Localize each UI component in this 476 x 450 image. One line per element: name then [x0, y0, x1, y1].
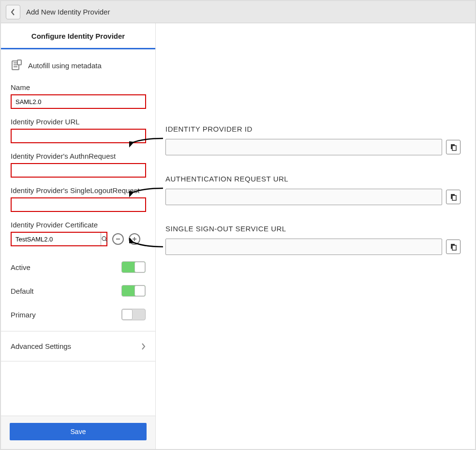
- right-panel: IDENTITY PROVIDER ID AUTHENTICATION REQU…: [156, 23, 475, 449]
- cert-label: Identity Provider Certificate: [11, 221, 146, 229]
- chevron-right-icon: [141, 343, 146, 350]
- default-label: Default: [11, 287, 34, 295]
- auth-url-label: AUTHENTICATION REQUEST URL: [165, 175, 461, 183]
- copy-icon: [449, 243, 457, 251]
- active-toggle[interactable]: [121, 261, 146, 273]
- copy-icon: [449, 193, 457, 201]
- active-label: Active: [11, 263, 30, 271]
- primary-label: Primary: [11, 311, 36, 319]
- authn-label: Identity Provider's AuthnRequest: [11, 152, 146, 160]
- document-metadata-icon: [11, 59, 23, 72]
- sso-out-input[interactable]: [165, 239, 442, 255]
- search-icon: [101, 236, 108, 242]
- sso-out-label: SINGLE SIGN-OUT SERVICE URL: [165, 225, 461, 233]
- default-toggle[interactable]: [121, 285, 146, 297]
- chevron-left-icon: [11, 9, 15, 15]
- name-label: Name: [11, 83, 146, 91]
- copy-idp-id-button[interactable]: [446, 140, 461, 154]
- remove-cert-button[interactable]: [112, 233, 124, 245]
- autofill-row[interactable]: Autofill using metadata: [11, 59, 146, 72]
- authn-input[interactable]: [11, 163, 146, 178]
- idp-url-input[interactable]: [11, 129, 146, 143]
- svg-rect-6: [452, 195, 456, 200]
- autofill-label: Autofill using metadata: [28, 61, 102, 70]
- left-panel: Configure Identity Provider Autofill usi…: [1, 23, 156, 449]
- svg-rect-1: [17, 60, 21, 65]
- svg-rect-4: [452, 146, 456, 150]
- back-button[interactable]: [6, 5, 20, 19]
- idp-url-label: Identity Provider URL: [11, 118, 146, 126]
- minus-icon: [115, 236, 121, 242]
- page-title: Add New Identity Provider: [26, 8, 110, 16]
- svg-rect-8: [452, 245, 456, 250]
- copy-auth-url-button[interactable]: [446, 190, 461, 204]
- svg-point-2: [102, 237, 106, 240]
- slo-label: Identity Provider's SingleLogoutRequest: [11, 186, 146, 195]
- cert-search-button[interactable]: [101, 233, 108, 245]
- slo-input[interactable]: [11, 197, 146, 212]
- copy-icon: [449, 143, 457, 151]
- page-header: Add New Identity Provider: [1, 1, 475, 23]
- copy-sso-out-button[interactable]: [446, 240, 461, 254]
- idp-id-label: IDENTITY PROVIDER ID: [165, 125, 461, 133]
- save-button[interactable]: Save: [10, 423, 147, 440]
- arrow-annotation: [129, 135, 165, 150]
- advanced-settings-row[interactable]: Advanced Settings: [1, 331, 155, 361]
- auth-url-input[interactable]: [165, 189, 442, 205]
- cert-input[interactable]: [12, 234, 101, 245]
- name-input[interactable]: [11, 94, 146, 109]
- arrow-annotation: [129, 238, 165, 253]
- idp-id-input[interactable]: [165, 139, 442, 155]
- advanced-settings-label: Advanced Settings: [11, 342, 71, 350]
- tab-configure-idp[interactable]: Configure Identity Provider: [1, 23, 155, 49]
- primary-toggle[interactable]: [121, 309, 146, 320]
- arrow-annotation: [129, 185, 165, 200]
